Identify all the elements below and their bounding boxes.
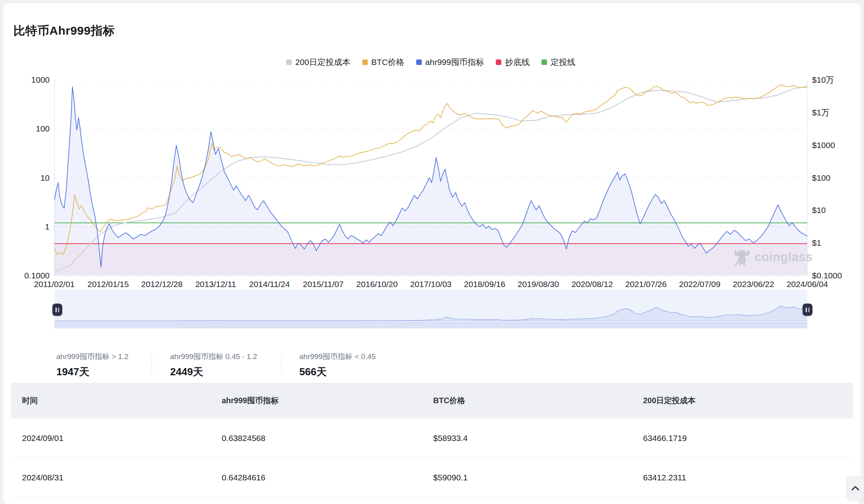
navigator-right-handle[interactable] [803,304,812,316]
legend-label: 200日定投成本 [295,57,350,68]
stat-divider [281,353,282,373]
y-axis-left-label: 1 [0,222,50,232]
navigator-left-handle[interactable] [52,304,62,316]
watermark-text: coinglass [755,250,813,264]
table-cell-0: 2024/09/01 [22,434,222,443]
legend-label: 定投线 [551,57,575,68]
y-axis-right-label: $0.1000 [812,271,863,280]
y-axis-left-label: 1000 [0,75,50,85]
legend-swatch [416,59,422,65]
table-row: 2024/09/010.63824568$58933.463466.1719 [11,419,853,458]
table-cell-2: $58933.4 [433,434,643,443]
page: 比特币Ahr999指标 200日定投成本BTC价格ahr999囤币指标抄底线定投… [0,0,864,504]
y-axis-right-label: $10 [812,206,863,215]
y-axis-right-label: $1000 [812,141,863,150]
table-row: 2024/08/310.64284616$59090.163412.2311 [11,458,853,497]
y-axis-left-label: 10 [0,173,50,183]
page-title: 比特币Ahr999指标 [13,23,115,39]
legend-item-0[interactable]: 200日定投成本 [286,57,350,68]
chart-legend: 200日定投成本BTC价格ahr999囤币指标抄底线定投线 [54,57,807,68]
table-header-0: 时间 [22,395,222,406]
y-axis-left-label: 100 [0,124,50,133]
stat-label: ahr999囤币指标 > 1.2 [56,352,128,362]
chart-navigator[interactable] [54,290,807,328]
table-cell-2: $59090.1 [433,473,643,482]
y-axis-right-label: $100 [812,173,863,183]
legend-label: 抄底线 [505,57,530,68]
stat-value: 566天 [299,365,376,379]
scroll-top-button[interactable] [847,476,864,500]
legend-item-3[interactable]: 抄底线 [496,57,530,68]
table-cell-0: 2024/08/31 [22,473,222,482]
legend-swatch [286,59,292,65]
stat-value: 1947天 [56,365,128,379]
legend-label: ahr999囤币指标 [425,57,484,68]
coinglass-watermark: coinglass [733,248,813,266]
table-cell-1: 0.64284616 [222,473,433,482]
table-cell-3: 63466.1719 [643,434,853,443]
navigator-scrollbar-track [54,322,807,328]
y-axis-right-label: $10万 [812,75,863,85]
legend-item-2[interactable]: ahr999囤币指标 [416,57,484,68]
chart-plot-area[interactable] [54,80,807,276]
legend-swatch [541,59,547,65]
x-axis-label: 2024/06/04 [776,280,839,289]
legend-swatch [362,59,368,65]
stat-label: ahr999囤币指标 < 0.45 [299,352,376,362]
legend-swatch [496,59,501,65]
legend-item-4[interactable]: 定投线 [541,57,575,68]
table-header-1: ahr999囤币指标 [222,395,433,406]
y-axis-left-label: 0.1000 [0,271,50,280]
y-axis-right-label: $1 [812,238,863,248]
stat-label: ahr999囤币指标 0.45 - 1.2 [170,352,257,362]
stat-above-1_2: ahr999囤币指标 > 1.2 1947天 [56,352,128,379]
legend-item-1[interactable]: BTC价格 [362,57,404,68]
table-cell-1: 0.63824568 [222,434,433,443]
stat-divider [152,353,152,373]
table-header-2: BTC价格 [433,395,643,406]
table-cell-3: 63412.2311 [643,473,853,482]
legend-label: BTC价格 [371,57,404,68]
table-header-3: 200日定投成本 [643,395,853,406]
chevron-up-icon [851,485,860,491]
y-axis-right-label: $1万 [812,108,863,117]
coinglass-bull-icon [733,248,751,266]
table-header-row: 时间ahr999囤币指标BTC价格200日定投成本 [11,383,853,419]
stat-below-045: ahr999囤币指标 < 0.45 566天 [299,352,376,379]
stat-between-045-12: ahr999囤币指标 0.45 - 1.2 2449天 [170,352,257,379]
stat-value: 2449天 [170,365,257,379]
